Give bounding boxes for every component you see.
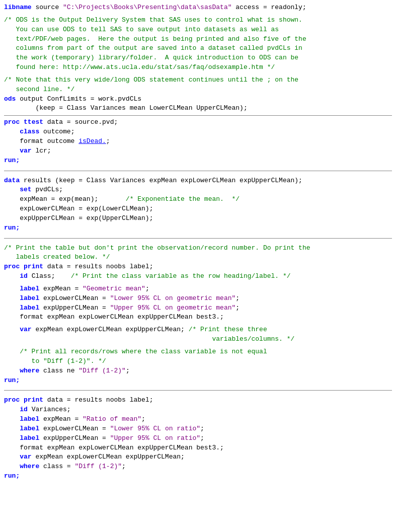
code-line-label2: label expLowerCLMean = "Lower 95% CL on … (4, 294, 392, 303)
code-line-comment1: /* ODS is the Output Delivery System tha… (4, 16, 392, 25)
separator-4 (4, 390, 392, 391)
code-line-proc2: class outcome; (4, 127, 392, 137)
code-line-label4: label expMean = "Ratio of mean"; (4, 415, 392, 424)
code-editor: libname source "C:\Projects\Books\Presen… (0, 0, 396, 484)
separator-3 (4, 238, 392, 239)
code-line-proc1: proc ttest data = source.pvd; (4, 118, 392, 127)
code-line-comment12: /* Print all records/rows where the clas… (4, 347, 392, 357)
code-line-data3: expMean = exp(mean); /* Exponentiate the… (4, 195, 392, 204)
code-line-1: libname source "C:\Projects\Books\Presen… (4, 3, 392, 13)
code-line-comment9: /* Print the table but don't print the o… (4, 244, 392, 253)
code-line-id2: id Variances; (4, 405, 392, 415)
code-line-comment8: second line. */ (4, 85, 392, 95)
code-line-data2: set pvdCLs; (4, 185, 392, 195)
code-line-run1: run; (4, 156, 392, 166)
code-line-ods2: (keep = Class Variances mean LowerCLMean… (4, 104, 392, 113)
code-line-comment11: variables/columns. */ (4, 335, 392, 344)
code-line-comment3: text/PDF/web pages. Here the output is b… (4, 35, 392, 44)
separator-1 (4, 115, 392, 116)
code-line-comment4: columns from part of the output are save… (4, 44, 392, 53)
code-line-data4: expLowerCLMean = exp(LowerCLMean); (4, 204, 392, 214)
code-line-comment10: labels created below. */ (4, 253, 392, 262)
code-line-label1: label expMean = "Geometric mean"; (4, 284, 392, 294)
code-line-ods1: ods output ConfLimits = work.pvdCLs (4, 95, 392, 104)
code-line-data1: data results (keep = Class Variances exp… (4, 176, 392, 186)
code-line-comment13: to "Diff (1-2)". */ (4, 357, 392, 366)
code-line-run2: run; (4, 223, 392, 233)
code-line-proc5: proc print data = results noobs label; (4, 262, 392, 272)
code-line-comment6: found here: http://www.ats.ucla.edu/stat… (4, 63, 392, 72)
code-line-proc3: format outcome isDead.; (4, 137, 392, 146)
code-line-proc6: id Class; /* Print the class variable as… (4, 272, 392, 281)
code-line-comment5: the work (temporary) library/folder. A q… (4, 53, 392, 63)
code-line-run3: run; (4, 376, 392, 386)
code-line-run4: run; (4, 472, 392, 481)
code-line-label5: label expLowerCLMean = "Lower 95% CL on … (4, 424, 392, 434)
code-line-var1: var expMean expLowerCLMean expUpperCLMea… (4, 325, 392, 335)
code-line-var2: var expMean expLowerCLMean expUpperCLMea… (4, 452, 392, 462)
code-line-proc4: var lcr; (4, 146, 392, 156)
code-line-data5: expUpperCLMean = exp(UpperCLMean); (4, 214, 392, 223)
code-line-format1: format expMean expLowerCLMean expUpperCL… (4, 313, 392, 322)
code-line-label6: label expUpperCLMean = "Upper 95% CL on … (4, 434, 392, 443)
code-line-format2: format expMean expLowerCLMean expUpperCL… (4, 443, 392, 453)
code-line-label3: label expUpperCLMean = "Upper 95% CL on … (4, 303, 392, 313)
code-line-comment7: /* Note that this very wide/long ODS sta… (4, 75, 392, 85)
code-line-where1: where class ne "Diff (1-2)"; (4, 366, 392, 376)
separator-2 (4, 171, 392, 171)
code-line-proc7: proc print data = results noobs label; (4, 396, 392, 405)
code-line-comment2: You can use ODS to tell SAS to save outp… (4, 25, 392, 35)
code-line-where2: where class = "Diff (1-2)"; (4, 462, 392, 472)
